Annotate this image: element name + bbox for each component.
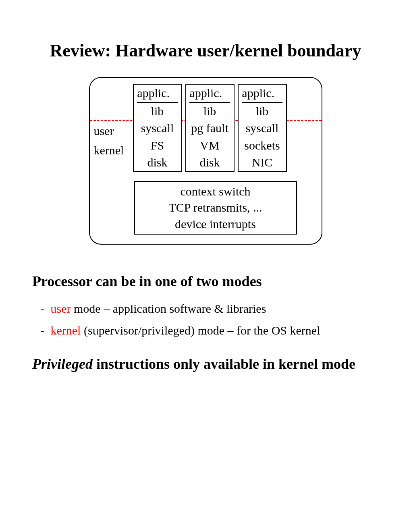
stack-0-lib: lib bbox=[151, 103, 164, 120]
stack-2-applic: applic. bbox=[242, 85, 282, 103]
bg-line-1: context switch bbox=[135, 183, 296, 200]
stack-0: applic. lib syscall FS disk bbox=[133, 84, 182, 172]
stack-2-trap: syscall bbox=[246, 120, 279, 137]
mode-labels: user kernel bbox=[94, 84, 131, 172]
stack-1-lib: lib bbox=[203, 103, 216, 120]
bullet-0-rest: mode – application software & libraries bbox=[71, 302, 266, 315]
user-label: user bbox=[94, 124, 130, 138]
stack-0-mid: FS bbox=[151, 137, 164, 154]
stack-1: applic. lib pg fault VM disk bbox=[185, 84, 235, 172]
subheading-2-italic: Privileged bbox=[32, 356, 93, 372]
stacks-row: user kernel applic. lib syscall FS disk … bbox=[94, 84, 311, 172]
stack-1-mid: VM bbox=[200, 137, 219, 154]
bullet-1-key: kernel bbox=[51, 324, 81, 337]
bullet-0: - user mode – application software & lib… bbox=[40, 298, 379, 320]
slide-container: Review: Hardware user/kernel boundary us… bbox=[0, 0, 411, 389]
bullet-0-key: user bbox=[51, 302, 71, 315]
bullet-list: - user mode – application software & lib… bbox=[40, 298, 379, 341]
subheading-2: Privileged instructions only available i… bbox=[32, 355, 379, 372]
kernel-label: kernel bbox=[94, 143, 130, 157]
background-box: context switch TCP retransmits, ... devi… bbox=[134, 181, 297, 235]
stack-2-dev: NIC bbox=[252, 154, 273, 171]
stack-2: applic. lib syscall sockets NIC bbox=[238, 84, 287, 172]
stack-1-trap: pg fault bbox=[191, 120, 228, 137]
stack-0-trap: syscall bbox=[141, 120, 174, 137]
stack-1-applic: applic. bbox=[189, 85, 230, 103]
bg-line-2: TCP retransmits, ... bbox=[135, 200, 296, 216]
stack-0-dev: disk bbox=[147, 154, 167, 171]
slide-title: Review: Hardware user/kernel boundary bbox=[32, 40, 379, 61]
bullet-1: - kernel (supervisor/privileged) mode – … bbox=[40, 320, 379, 341]
subheading-1: Processor can be in one of two modes bbox=[32, 273, 379, 290]
stack-0-applic: applic. bbox=[137, 85, 177, 103]
stack-1-dev: disk bbox=[199, 154, 220, 171]
bullet-1-rest: (supervisor/privileged) mode – for the O… bbox=[81, 324, 320, 337]
diagram-box: user kernel applic. lib syscall FS disk … bbox=[89, 77, 322, 245]
stack-2-lib: lib bbox=[256, 103, 269, 120]
subheading-2-rest: instructions only available in kernel mo… bbox=[93, 356, 355, 372]
bg-line-3: device interrupts bbox=[135, 216, 296, 233]
stack-2-mid: sockets bbox=[244, 137, 280, 154]
